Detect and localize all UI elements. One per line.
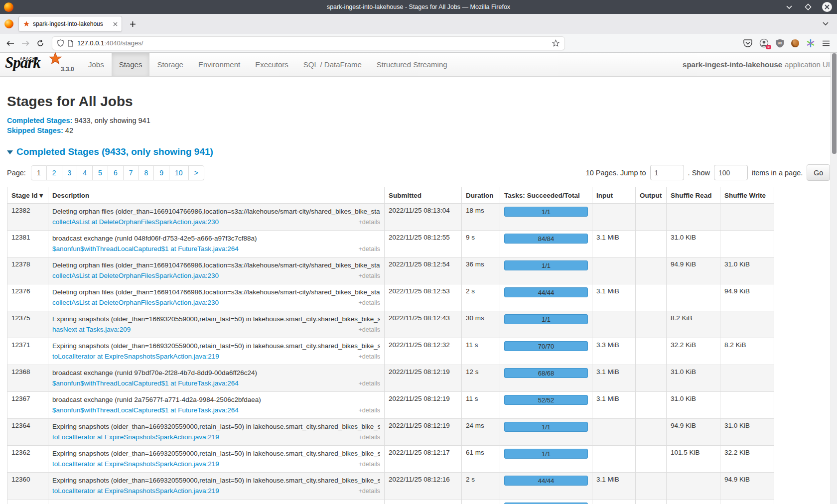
column-header-duration[interactable]: Duration — [462, 187, 500, 204]
details-toggle[interactable]: +details — [359, 218, 380, 227]
stage-callsite-link[interactable]: $anonfun$withThreadLocalCaptured$1 at Fu… — [52, 378, 239, 388]
back-icon[interactable] — [4, 37, 17, 50]
close-icon[interactable] — [822, 2, 832, 12]
jump-to-input[interactable] — [650, 165, 684, 180]
column-header-submitted[interactable]: Submitted — [385, 187, 462, 204]
stage-description: Expiring snapshots (older_than=166932055… — [52, 449, 380, 458]
nav-tab-jobs[interactable]: Jobs — [81, 53, 112, 76]
page-button-10[interactable]: 10 — [169, 165, 189, 180]
new-tab-icon[interactable] — [126, 17, 139, 30]
page-button-1[interactable]: 1 — [31, 165, 47, 180]
page-info-icon[interactable] — [68, 40, 73, 47]
scrollbar-thumb[interactable] — [832, 53, 837, 154]
details-toggle[interactable]: +details — [359, 245, 380, 254]
tab-close-icon[interactable] — [113, 22, 118, 26]
browser-tab[interactable]: spark-ingest-into-lakehous — [18, 16, 122, 32]
tab-strip: spark-ingest-into-lakehous — [0, 14, 837, 34]
url-bar[interactable]: 127.0.0.1:4040/stages/ — [52, 36, 565, 50]
skipped-stages-summary: Skipped Stages: 42 — [7, 126, 830, 135]
output-cell — [636, 231, 667, 257]
menu-hamburger-icon[interactable] — [822, 40, 830, 46]
duration-cell: 61 ms — [462, 446, 500, 473]
shuffle-write-cell: 31.0 KiB — [720, 257, 774, 284]
details-toggle[interactable]: +details — [359, 433, 380, 442]
shuffle-read-cell: 94.9 KiB — [667, 257, 720, 284]
page-button-5[interactable]: 5 — [93, 165, 108, 180]
stage-callsite-link[interactable]: toLocalIterator at ExpireSnapshotsSparkA… — [52, 459, 219, 469]
page-button-4[interactable]: 4 — [77, 165, 93, 180]
stage-callsite-link[interactable]: $anonfun$withThreadLocalCaptured$1 at Fu… — [52, 244, 239, 253]
details-toggle[interactable]: +details — [359, 460, 380, 469]
bookmark-star-icon[interactable] — [552, 39, 559, 47]
column-header-input[interactable]: Input — [592, 187, 636, 204]
details-toggle[interactable]: +details — [359, 325, 380, 335]
column-header-tasks-succeeded-total[interactable]: Tasks: Succeeded/Total — [500, 187, 592, 204]
table-header-row: Stage Id ▾DescriptionSubmittedDurationTa… — [7, 187, 774, 204]
items-per-page-input[interactable] — [714, 165, 748, 180]
stage-callsite-link[interactable]: toLocalIterator at ExpireSnapshotsSparkA… — [52, 432, 219, 442]
nav-tab-storage[interactable]: Storage — [149, 53, 191, 76]
stage-callsite-link[interactable]: $anonfun$withThreadLocalCaptured$1 at Fu… — [52, 405, 239, 415]
column-header-shuffle-read[interactable]: Shuffle Read — [667, 187, 720, 204]
stage-id-cell: 12381 — [7, 231, 48, 257]
account-icon[interactable] — [759, 38, 769, 48]
column-header-output[interactable]: Output — [636, 187, 667, 204]
shuffle-read-cell: 32.2 KiB — [667, 338, 720, 365]
stage-callsite-link[interactable]: collectAsList at DeleteOrphanFilesSparkA… — [52, 298, 219, 307]
tracking-shield-icon[interactable] — [57, 39, 64, 47]
stage-id-cell: 12360 — [7, 473, 48, 500]
details-toggle[interactable]: +details — [359, 487, 380, 496]
nav-tab-environment[interactable]: Environment — [191, 53, 248, 76]
details-toggle[interactable]: +details — [359, 271, 380, 281]
details-toggle[interactable]: +details — [359, 298, 380, 308]
details-toggle[interactable]: +details — [359, 406, 380, 415]
stage-callsite-link[interactable]: collectAsList at DeleteOrphanFilesSparkA… — [52, 217, 219, 227]
minimize-icon[interactable] — [784, 2, 794, 12]
page-button-6[interactable]: 6 — [108, 165, 124, 180]
duration-cell: 36 ms — [462, 257, 500, 284]
column-header-shuffle-write[interactable]: Shuffle Write — [720, 187, 774, 204]
column-header-description[interactable]: Description — [48, 187, 385, 204]
cookie-icon[interactable] — [791, 39, 799, 47]
stage-id-cell: 12375 — [7, 311, 48, 338]
nav-tab-sql-dataframe[interactable]: SQL / DataFrame — [296, 53, 369, 76]
forward-icon[interactable] — [19, 37, 32, 50]
completed-stages-link[interactable]: Completed Stages: — [7, 117, 72, 125]
nav-tab-stages[interactable]: Stages — [112, 53, 150, 76]
input-cell: 3.1 MiB — [592, 365, 636, 392]
reload-icon[interactable] — [34, 37, 47, 50]
tasks-cell: 1/1 — [500, 419, 592, 446]
scrollbar-track[interactable] — [831, 53, 837, 504]
details-toggle[interactable]: +details — [359, 379, 380, 388]
page-button-7[interactable]: 7 — [124, 165, 139, 180]
stage-callsite-link[interactable]: toLocalIterator at ExpireSnapshotsSparkA… — [52, 486, 219, 496]
page-button-9[interactable]: 9 — [154, 165, 169, 180]
window-title: spark-ingest-into-lakehouse - Stages for… — [0, 3, 837, 10]
page-button-3[interactable]: 3 — [62, 165, 78, 180]
duration-cell: 11 s — [462, 338, 500, 365]
skipped-stages-link[interactable]: Skipped Stages: — [7, 126, 63, 134]
submitted-cell: 2022/11/25 08:12:17 — [385, 446, 462, 473]
column-header-stage-id[interactable]: Stage Id ▾ — [7, 187, 48, 204]
details-toggle[interactable]: +details — [359, 352, 380, 362]
nav-tab-executors[interactable]: Executors — [248, 53, 296, 76]
list-all-tabs-icon[interactable] — [819, 17, 832, 30]
url-text[interactable]: 127.0.0.1:4040/stages/ — [77, 39, 548, 47]
ublock-shield-icon[interactable]: uO — [776, 39, 784, 48]
task-progress-label: 44/44 — [538, 289, 555, 296]
spark-logo[interactable]: APACHE Spark 3.3.0 — [0, 53, 75, 76]
nav-tab-structured-streaming[interactable]: Structured Streaming — [369, 53, 455, 76]
maximize-icon[interactable] — [803, 2, 813, 12]
page-button-8[interactable]: 8 — [139, 165, 154, 180]
stage-callsite-link[interactable]: toLocalIterator at ExpireSnapshotsSparkA… — [52, 352, 219, 361]
page-next-button[interactable]: > — [189, 165, 204, 180]
completed-stages-section-toggle[interactable]: Completed Stages (9433, only showing 941… — [7, 146, 830, 157]
stage-callsite-link[interactable]: hasNext at Tasks.java:209 — [52, 325, 131, 334]
extension-asterisk-icon[interactable] — [806, 39, 815, 48]
page-button-2[interactable]: 2 — [47, 165, 62, 180]
stage-callsite-link[interactable]: collectAsList at DeleteOrphanFilesSparkA… — [52, 271, 219, 280]
pocket-icon[interactable] — [743, 39, 752, 47]
tasks-cell: 46/46 — [500, 500, 592, 504]
task-progress-label: 1/1 — [542, 208, 551, 216]
go-button[interactable]: Go — [807, 164, 830, 181]
